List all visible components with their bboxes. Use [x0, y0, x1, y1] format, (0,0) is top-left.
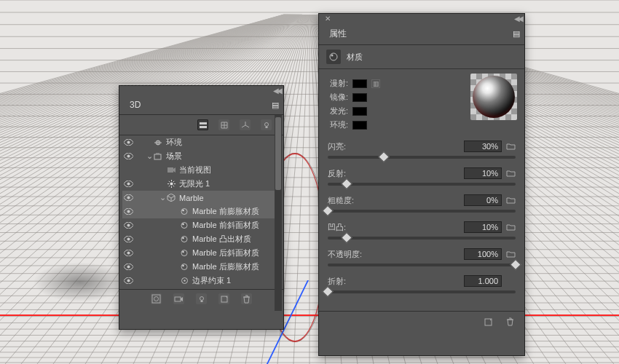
scene-item[interactable]: ⌄Marble	[122, 191, 280, 205]
mat-icon	[179, 263, 189, 272]
3d-panel-header: 3D ▤	[119, 95, 283, 115]
slider-track[interactable]	[328, 264, 516, 266]
scene-item[interactable]: Marble 后膨胀材质	[122, 260, 280, 274]
slider-group: 反射:10%	[328, 167, 516, 186]
prop-subheader: 材质	[319, 45, 524, 69]
visibility-eye-icon[interactable]	[123, 249, 133, 258]
scene-item[interactable]: ⌄场景	[122, 149, 280, 163]
color-swatch[interactable]	[352, 121, 367, 130]
visibility-eye-icon[interactable]	[123, 221, 133, 230]
folder-icon[interactable]	[506, 223, 516, 232]
slider-group: 折射:1.000	[328, 275, 516, 293]
visibility-eye-icon[interactable]	[123, 207, 133, 216]
item-label: Marble 后斜面材质	[192, 248, 259, 258]
expand-icon[interactable]: ⌄	[146, 151, 153, 161]
slider-thumb[interactable]	[341, 232, 352, 244]
axis-btn[interactable]	[240, 119, 251, 130]
new-icon[interactable]	[218, 293, 229, 304]
constraint-icon	[179, 277, 189, 285]
trash-icon[interactable]	[241, 293, 252, 304]
folder-icon[interactable]	[506, 143, 516, 151]
scene-item[interactable]: 边界约束 1	[122, 274, 280, 288]
mode-btn[interactable]	[197, 119, 208, 130]
scene-item[interactable]: 环境	[122, 135, 280, 149]
scene-item[interactable]: Marble 前斜面材质	[122, 218, 280, 232]
svg-point-227	[127, 155, 130, 158]
visibility-eye-icon[interactable]	[123, 166, 133, 175]
color-swatch[interactable]	[352, 79, 367, 88]
texture-icon[interactable]: ▥	[371, 79, 380, 88]
value-input[interactable]: 10%	[464, 167, 502, 179]
visibility-eye-icon[interactable]	[123, 194, 133, 202]
visibility-eye-icon[interactable]	[123, 277, 133, 285]
close-icon[interactable]: ✕	[325, 15, 331, 23]
3d-panel[interactable]: ◀◀ 3D ▤ 环境⌄场景当前视图无限光 1⌄MarbleMarble 前膨胀材…	[119, 85, 284, 330]
panel-collapse-bar[interactable]: ◀◀	[119, 86, 283, 95]
scene-item[interactable]: Marble 凸出材质	[122, 232, 280, 246]
visibility-eye-icon[interactable]	[123, 235, 133, 244]
render-icon[interactable]	[151, 293, 162, 304]
slider-thumb[interactable]	[510, 259, 521, 271]
folder-icon[interactable]	[506, 197, 516, 205]
color-swatch[interactable]	[352, 107, 367, 116]
scrollbar[interactable]	[275, 115, 282, 311]
slider-label: 折射:	[328, 276, 346, 287]
camera-sm-icon[interactable]	[173, 293, 184, 304]
new-material-icon[interactable]	[482, 316, 494, 328]
prop-tab[interactable]: 属性	[322, 25, 354, 43]
panel-menu-icon[interactable]: ▤	[511, 29, 521, 39]
color-row: 环境:	[328, 119, 516, 130]
scene-item[interactable]: Marble 前膨胀材质	[122, 205, 280, 218]
light-btn[interactable]	[261, 119, 272, 130]
slider-track[interactable]	[328, 210, 516, 213]
visibility-eye-icon[interactable]	[123, 152, 133, 161]
trash-icon[interactable]	[504, 316, 516, 328]
axis-x	[0, 314, 619, 316]
collapse-icon[interactable]: ◀◀	[514, 15, 521, 23]
folder-icon[interactable]	[506, 170, 516, 178]
svg-point-251	[184, 280, 186, 282]
mat-icon	[179, 235, 189, 244]
slider-thumb[interactable]	[379, 151, 390, 163]
color-swatch[interactable]	[352, 93, 367, 102]
grid-btn[interactable]	[218, 119, 229, 130]
material-preview[interactable]	[470, 74, 517, 120]
value-input[interactable]: 30%	[464, 141, 502, 152]
svg-point-244	[181, 250, 187, 256]
scene-item[interactable]: 当前视图	[122, 163, 280, 177]
expand-icon[interactable]: ⌄	[159, 193, 166, 202]
visibility-eye-icon[interactable]	[123, 263, 133, 272]
value-input[interactable]: 1.000	[464, 275, 502, 287]
slider-track[interactable]	[328, 290, 516, 293]
visibility-eye-icon[interactable]	[123, 180, 133, 189]
3d-tab[interactable]: 3D	[122, 97, 148, 113]
light-sm-icon[interactable]	[196, 293, 207, 304]
scrollbar-thumb[interactable]	[275, 117, 281, 190]
slider-track[interactable]	[328, 183, 516, 186]
mesh-icon	[166, 194, 176, 202]
folder-icon[interactable]	[506, 250, 516, 258]
mat-icon	[179, 249, 189, 258]
collapse-icon[interactable]: ◀◀	[273, 87, 280, 95]
slider-label: 反射:	[328, 168, 346, 179]
properties-panel[interactable]: ✕ ◀◀ 属性 ▤ 材质 漫射:▥镜像:发光:环境: 闪亮:30%反射:10%粗…	[318, 13, 525, 356]
slider-thumb[interactable]	[322, 286, 334, 298]
visibility-eye-icon[interactable]	[123, 138, 133, 147]
scene-item[interactable]: Marble 后斜面材质	[122, 246, 280, 260]
panel-menu-icon[interactable]: ▤	[270, 100, 280, 110]
slider-track[interactable]	[328, 156, 516, 159]
value-input[interactable]: 100%	[464, 248, 502, 260]
value-input[interactable]: 0%	[464, 194, 502, 206]
material-icon	[326, 50, 341, 64]
svg-point-235	[181, 209, 187, 215]
svg-point-253	[154, 297, 159, 301]
slider-thumb[interactable]	[322, 205, 334, 217]
slider-thumb[interactable]	[341, 178, 352, 190]
item-label: Marble 后膨胀材质	[192, 261, 259, 272]
svg-point-239	[182, 223, 184, 225]
scene-list[interactable]: 环境⌄场景当前视图无限光 1⌄MarbleMarble 前膨胀材质Marble …	[119, 135, 283, 289]
slider-track[interactable]	[328, 237, 516, 240]
prop-collapse-bar[interactable]: ✕ ◀◀	[319, 14, 524, 23]
scene-item[interactable]: 无限光 1	[122, 177, 280, 191]
value-input[interactable]: 10%	[464, 221, 502, 233]
